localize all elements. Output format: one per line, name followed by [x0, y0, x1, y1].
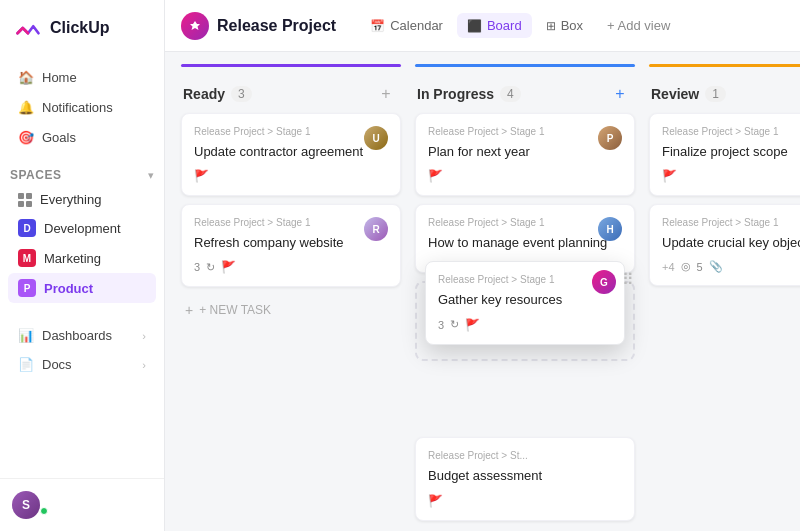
drag-handle-icon[interactable]: ⠿ — [622, 270, 634, 289]
online-status-indicator — [40, 507, 48, 515]
extra-count: +4 — [662, 261, 675, 273]
card-avatar: H — [598, 217, 622, 241]
card-title: Refresh company website — [194, 234, 388, 252]
card-footer: 🚩 — [662, 169, 800, 183]
sidebar-item-product-label: Product — [44, 281, 93, 296]
dashboards-left: 📊 Dashboards — [18, 328, 112, 343]
dashboards-chevron-icon: › — [142, 330, 146, 342]
flag-icon: 🚩 — [428, 169, 443, 183]
clickup-logo-icon — [14, 14, 42, 42]
flag-icon: 🚩 — [465, 318, 480, 332]
in-progress-add-btn[interactable]: + — [609, 83, 631, 105]
add-view-btn[interactable]: + Add view — [597, 13, 680, 38]
sidebar-item-everything[interactable]: Everything — [8, 186, 156, 213]
card-title: Finalize project scope — [662, 143, 800, 161]
floating-card-container: ⠿ Release Project > Stage 1 G Gather key… — [415, 281, 635, 369]
board-label: Board — [487, 18, 522, 33]
card-inner: Release Project > Stage 1 P Plan for nex… — [428, 126, 622, 183]
column-review: Review 1 + Release Project > Stage 1 F F… — [649, 64, 800, 294]
card-meta: Release Project > St... — [428, 450, 622, 461]
card-inner: Release Project > Stage 1 Update crucial… — [662, 217, 800, 273]
card-footer: 3 ↻ 🚩 — [194, 260, 388, 274]
box-label: Box — [561, 18, 583, 33]
sidebar-item-home[interactable]: 🏠 Home — [8, 62, 156, 92]
card-title: Budget assessment — [428, 467, 622, 485]
ready-new-task-btn[interactable]: + + NEW TASK — [181, 295, 401, 325]
review-column-title: Review — [651, 86, 699, 102]
sidebar-item-dashboards[interactable]: 📊 Dashboards › — [8, 321, 156, 350]
sidebar-item-docs[interactable]: 📄 Docs › — [8, 350, 156, 379]
sidebar-item-development[interactable]: D Development — [8, 213, 156, 243]
stats-count: 3 — [194, 261, 200, 273]
card-refresh-website[interactable]: Release Project > Stage 1 R Refresh comp… — [181, 204, 401, 287]
in-progress-column-title: In Progress — [417, 86, 494, 102]
card-title: How to manage event planning — [428, 234, 622, 252]
floating-card[interactable]: ⠿ Release Project > Stage 1 G Gather key… — [425, 261, 625, 344]
sidebar-item-goals-label: Goals — [42, 130, 76, 145]
docs-left: 📄 Docs — [18, 357, 72, 372]
new-task-label: + NEW TASK — [199, 303, 271, 317]
docs-icon: 📄 — [18, 357, 34, 372]
card-budget-assessment[interactable]: Release Project > St... Budget assessmen… — [415, 437, 635, 520]
sidebar-item-dashboards-label: Dashboards — [42, 328, 112, 343]
marketing-space-icon: M — [18, 249, 36, 267]
review-column-count: 1 — [705, 86, 726, 102]
home-icon: 🏠 — [18, 69, 34, 85]
goals-icon: 🎯 — [18, 129, 34, 145]
card-title: Update crucial key objectives — [662, 234, 800, 252]
sidebar-item-product[interactable]: P Product — [8, 273, 156, 303]
app-name: ClickUp — [50, 19, 110, 37]
floating-card-stats: 3 ↻ 🚩 — [438, 318, 480, 332]
card-inner: Release Project > Stage 1 H How to manag… — [428, 217, 622, 252]
sidebar-item-goals[interactable]: 🎯 Goals — [8, 122, 156, 152]
column-in-progress: In Progress 4 + Release Project > Stage … — [415, 64, 635, 531]
card-key-objectives[interactable]: Release Project > Stage 1 Update crucial… — [649, 204, 800, 286]
user-avatar[interactable]: S — [12, 491, 40, 519]
stats-count: 5 — [697, 261, 703, 273]
main-content: Release Project 📅 Calendar ⬛ Board ⊞ Box… — [165, 0, 800, 531]
card-inner: Release Project > Stage 1 F Finalize pro… — [662, 126, 800, 183]
card-plan-next-year[interactable]: Release Project > Stage 1 P Plan for nex… — [415, 113, 635, 196]
calendar-label: Calendar — [390, 18, 443, 33]
box-icon: ⊞ — [546, 19, 556, 33]
floating-card-title: Gather key resources — [438, 291, 612, 309]
spaces-collapse-icon[interactable]: ▾ — [148, 169, 154, 182]
sidebar-item-marketing[interactable]: M Marketing — [8, 243, 156, 273]
flag-icon: 🚩 — [221, 260, 236, 274]
ready-column-title: Ready — [183, 86, 225, 102]
flag-icon: 🚩 — [662, 169, 677, 183]
card-inner: Release Project > Stage 1 U Update contr… — [194, 126, 388, 183]
calendar-icon: 📅 — [370, 19, 385, 33]
card-finalize-scope[interactable]: Release Project > Stage 1 F Finalize pro… — [649, 113, 800, 196]
card-footer: +4 ◎ 5 📎 — [662, 260, 800, 273]
calendar-view-btn[interactable]: 📅 Calendar — [360, 13, 453, 38]
logo: ClickUp — [0, 0, 164, 56]
ready-title-area: Ready 3 — [183, 86, 252, 102]
card-update-contractor[interactable]: Release Project > Stage 1 U Update contr… — [181, 113, 401, 196]
floating-card-footer: 3 ↻ 🚩 — [438, 318, 612, 332]
dashboards-icon: 📊 — [18, 328, 34, 343]
plus-icon: + — [185, 302, 193, 318]
ready-add-btn[interactable]: + — [375, 83, 397, 105]
sidebar-item-notifications[interactable]: 🔔 Notifications — [8, 92, 156, 122]
board-view-btn[interactable]: ⬛ Board — [457, 13, 532, 38]
card-meta: Release Project > Stage 1 — [662, 217, 800, 228]
card-meta: Release Project > Stage 1 — [662, 126, 800, 137]
in-progress-column-count: 4 — [500, 86, 521, 102]
sidebar-item-development-label: Development — [44, 221, 121, 236]
retry-icon: ↻ — [450, 318, 459, 331]
project-header: Release Project — [181, 12, 336, 40]
card-title: Plan for next year — [428, 143, 622, 161]
sidebar-bottom-section: 📊 Dashboards › 📄 Docs › — [0, 315, 164, 385]
product-space-icon: P — [18, 279, 36, 297]
spaces-list: Everything D Development M Marketing P P… — [0, 186, 164, 303]
project-title: Release Project — [217, 17, 336, 35]
spaces-label: Spaces — [10, 168, 61, 182]
retry-icon: ↻ — [206, 261, 215, 274]
check-icon: ◎ — [681, 260, 691, 273]
ready-column-count: 3 — [231, 86, 252, 102]
project-icon — [181, 12, 209, 40]
sidebar-footer: S — [0, 478, 164, 531]
board-icon: ⬛ — [467, 19, 482, 33]
box-view-btn[interactable]: ⊞ Box — [536, 13, 593, 38]
